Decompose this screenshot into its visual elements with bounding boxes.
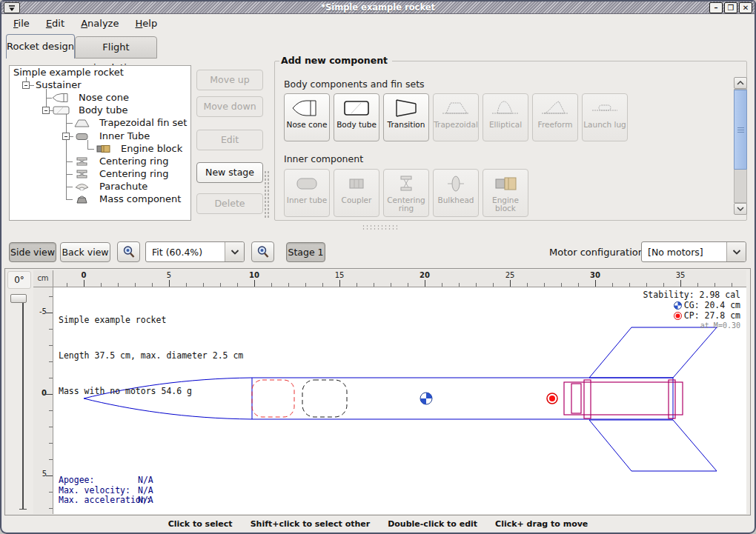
engine-block-shape[interactable]	[571, 384, 581, 413]
add-body-tube-button[interactable]: Body tube	[334, 93, 379, 141]
menu-analyze[interactable]: Analyze	[76, 15, 124, 32]
centering-ring-shape[interactable]	[669, 380, 675, 418]
menu-help[interactable]: Help	[130, 15, 163, 32]
close-button[interactable]: ✕	[739, 2, 752, 13]
tree-item-body-tube[interactable]: Body tube	[79, 104, 128, 116]
stability-info: Stability: 2.98 cal CG: 20.4 cm CP: 27.8…	[555, 290, 740, 331]
combo-arrow-button[interactable]	[726, 242, 746, 261]
expander-inner-tube[interactable]	[62, 133, 70, 140]
body-tube-shape[interactable]	[252, 378, 673, 419]
motor-configuration-label: Motor configuration:	[549, 247, 647, 258]
move-up-button[interactable]: Move up	[196, 70, 263, 90]
rotation-slider-handle[interactable]	[10, 294, 27, 303]
tab-flight-simulations[interactable]: Flight simulations	[75, 36, 157, 59]
section-inner-component: Inner component	[284, 153, 363, 164]
hint-double-click: Double-click to edit	[388, 519, 477, 529]
tree-item-inner-tube[interactable]: Inner Tube	[99, 130, 150, 141]
add-engine-block-button[interactable]: Engine block	[483, 169, 528, 217]
add-button-label: Centering ring	[384, 196, 428, 213]
cp-value: CP: 27.8 cm	[684, 310, 740, 321]
add-nose-cone-button[interactable]: Nose cone	[284, 93, 330, 141]
maximize-button[interactable]: ❒	[724, 2, 737, 13]
cg-marker	[420, 393, 432, 404]
result-value: N/A	[138, 475, 153, 485]
hint-click-drag: Click+ drag to move	[495, 519, 588, 529]
move-down-button[interactable]: Move down	[196, 96, 263, 117]
result-row: Max. velocity:N/A	[59, 486, 153, 496]
result-value: N/A	[138, 495, 153, 505]
expander-body-tube[interactable]	[42, 107, 50, 114]
trapezoidal-fin-icon	[440, 98, 471, 119]
inner-tube-icon	[73, 131, 92, 141]
rocket-figure-canvas[interactable]: Simple example rocket Length 37.5 cm, ma…	[53, 287, 746, 514]
add-freeform-fin-button[interactable]: Freeform	[532, 93, 578, 141]
menu-file[interactable]: File	[8, 15, 35, 32]
side-view-button[interactable]: Side view	[9, 242, 56, 262]
rotation-slider-track[interactable]	[22, 295, 24, 510]
bottom-fin-shape[interactable]	[589, 420, 717, 471]
rotation-angle-label: 0°	[7, 271, 31, 289]
add-component-panel: Add new component Body components and fi…	[274, 61, 747, 221]
zoom-in-button[interactable]	[251, 241, 274, 262]
inner-components[interactable]	[564, 380, 683, 418]
ruler-tick: -5	[33, 307, 47, 316]
add-elliptical-fin-button[interactable]: Elliptical	[483, 93, 528, 141]
chevron-down-icon	[737, 207, 744, 211]
add-inner-tube-button[interactable]: Inner tube	[284, 169, 330, 217]
add-button-label: Elliptical	[489, 121, 522, 129]
edit-button[interactable]: Edit	[196, 130, 263, 150]
menu-edit[interactable]: Edit	[41, 15, 70, 32]
nose-cone-icon	[291, 98, 322, 119]
result-label: Max. velocity:	[59, 486, 138, 496]
tree-item-engine-block[interactable]: Engine block	[121, 143, 182, 154]
tab-rocket-design[interactable]: Rocket design	[6, 34, 75, 59]
mach-note: at M=0.30	[555, 321, 740, 331]
titlebar[interactable]: *Simple example rocket – ❒ ✕	[1, 1, 755, 14]
zoom-out-button[interactable]	[117, 241, 140, 262]
scroll-up-button[interactable]	[734, 77, 747, 89]
menubar: File Edit Analyze Help	[1, 15, 755, 33]
add-coupler-button[interactable]: Coupler	[334, 169, 379, 217]
zoom-level-select[interactable]: Fit (60.4%)	[145, 241, 245, 262]
horizontal-splitter-handle[interactable]	[362, 224, 397, 231]
tree-item-sustainer[interactable]: Sustainer	[36, 79, 82, 90]
delete-button[interactable]: Delete	[196, 193, 263, 214]
add-component-title: Add new component	[279, 55, 392, 66]
motor-configuration-select[interactable]: [No motors]	[641, 241, 746, 262]
mass-component-shape[interactable]	[302, 380, 347, 417]
minimize-button[interactable]: –	[709, 2, 723, 13]
parachute-shape[interactable]	[252, 380, 294, 417]
add-transition-button[interactable]: Transition	[383, 93, 429, 141]
window-menu-button[interactable]	[4, 2, 20, 13]
add-launch-lug-button[interactable]: Launch lug	[582, 93, 628, 141]
new-stage-button[interactable]: New stage	[196, 162, 263, 183]
back-view-button[interactable]: Back view	[60, 242, 110, 262]
scrollbar-grip	[737, 127, 744, 133]
tree-item-centering-ring-1[interactable]: Centering ring	[99, 156, 168, 167]
top-fin-shape[interactable]	[589, 327, 717, 378]
horizontal-ruler: 0 5 10 15 20 25 30 35	[53, 270, 746, 287]
expander-sustainer[interactable]	[22, 81, 30, 89]
component-tree[interactable]: Simple example rocket Sustainer Nose con…	[9, 65, 191, 221]
add-trapezoidal-fin-button[interactable]: Trapezoidal	[433, 93, 479, 141]
chevron-up-icon	[737, 81, 744, 85]
tree-item-rocket[interactable]: Simple example rocket	[13, 67, 124, 78]
add-centering-ring-button[interactable]: Centering ring	[383, 169, 429, 217]
vertical-splitter-handle[interactable]	[264, 170, 271, 218]
fin-set-icon	[73, 118, 92, 128]
scroll-down-button[interactable]	[734, 203, 747, 215]
tree-item-centering-ring-2[interactable]: Centering ring	[99, 168, 168, 179]
scrollbar-thumb[interactable]	[734, 90, 747, 170]
window-menu-icon	[7, 4, 16, 12]
combo-arrow-button[interactable]	[225, 242, 244, 261]
inner-tube-shape[interactable]	[564, 382, 683, 415]
centering-ring-shape[interactable]	[584, 380, 591, 418]
hint-click-select: Click to select	[168, 519, 233, 529]
tree-item-nose-cone[interactable]: Nose cone	[79, 92, 129, 103]
tree-item-trapezoidal-fin-set[interactable]: Trapezoidal fin set	[99, 117, 187, 128]
tree-line	[66, 199, 73, 200]
stage-1-toggle[interactable]: Stage 1	[286, 242, 325, 262]
tree-item-mass-component[interactable]: Mass component	[99, 193, 181, 204]
tree-item-parachute[interactable]: Parachute	[99, 181, 147, 192]
add-bulkhead-button[interactable]: Bulkhead	[433, 169, 479, 217]
